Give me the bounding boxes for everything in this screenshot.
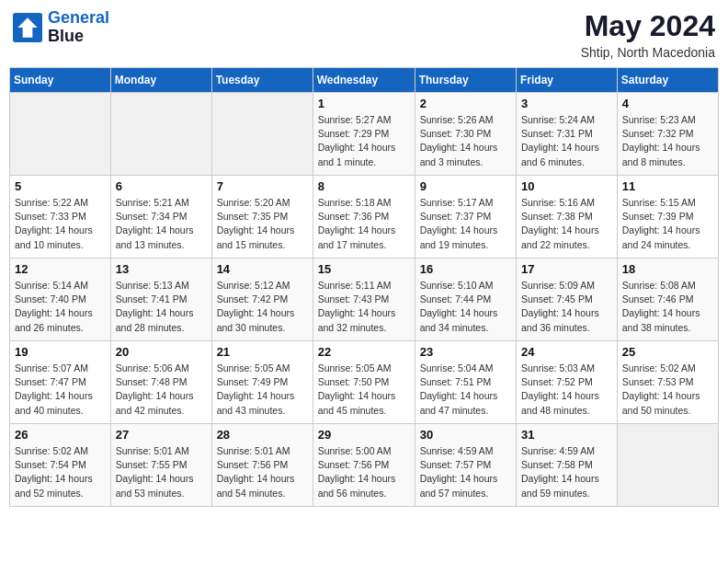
day-number: 25 <box>622 345 713 359</box>
day-number: 17 <box>521 262 612 276</box>
day-number: 27 <box>116 428 207 442</box>
calendar-cell: 6 Sunrise: 5:21 AMSunset: 7:34 PMDayligh… <box>110 176 211 259</box>
day-detail: Sunrise: 5:02 AMSunset: 7:53 PMDaylight:… <box>622 362 713 418</box>
logo-line2: Blue <box>48 28 109 46</box>
day-number: 14 <box>217 262 308 276</box>
day-detail: Sunrise: 5:22 AMSunset: 7:33 PMDaylight:… <box>15 196 106 252</box>
calendar-cell: 17 Sunrise: 5:09 AMSunset: 7:45 PMDaylig… <box>517 259 618 341</box>
day-number: 31 <box>521 428 612 442</box>
calendar-cell: 23 Sunrise: 5:04 AMSunset: 7:51 PMDaylig… <box>415 341 516 424</box>
month-title: May 2024 <box>581 9 715 43</box>
day-number: 30 <box>420 428 511 442</box>
calendar-cell: 5 Sunrise: 5:22 AMSunset: 7:33 PMDayligh… <box>10 176 111 259</box>
calendar-cell: 4 Sunrise: 5:23 AMSunset: 7:32 PMDayligh… <box>617 93 718 176</box>
logo-text: General Blue <box>48 9 109 46</box>
calendar-cell: 26 Sunrise: 5:02 AMSunset: 7:54 PMDaylig… <box>10 424 111 507</box>
day-number: 21 <box>217 345 308 359</box>
day-number: 28 <box>217 428 308 442</box>
calendar-cell: 7 Sunrise: 5:20 AMSunset: 7:35 PMDayligh… <box>211 176 313 259</box>
logo-line1: General <box>48 8 109 27</box>
day-number: 20 <box>116 345 207 359</box>
calendar-cell: 8 Sunrise: 5:18 AMSunset: 7:36 PMDayligh… <box>313 176 415 259</box>
day-number: 15 <box>318 262 410 276</box>
calendar-cell <box>110 93 211 176</box>
header-row: Sunday Monday Tuesday Wednesday Thursday… <box>10 68 719 93</box>
day-detail: Sunrise: 5:13 AMSunset: 7:41 PMDaylight:… <box>116 279 207 335</box>
day-number: 24 <box>521 345 612 359</box>
day-detail: Sunrise: 5:03 AMSunset: 7:52 PMDaylight:… <box>521 362 612 418</box>
calendar-week-4: 19 Sunrise: 5:07 AMSunset: 7:47 PMDaylig… <box>10 341 719 424</box>
logo-icon <box>13 13 42 42</box>
calendar-cell <box>10 93 111 176</box>
day-detail: Sunrise: 5:18 AMSunset: 7:36 PMDaylight:… <box>318 196 410 252</box>
day-number: 4 <box>622 97 713 110</box>
day-detail: Sunrise: 5:21 AMSunset: 7:34 PMDaylight:… <box>116 196 207 252</box>
day-detail: Sunrise: 4:59 AMSunset: 7:58 PMDaylight:… <box>521 444 612 500</box>
day-number: 13 <box>116 262 207 276</box>
calendar-cell: 24 Sunrise: 5:03 AMSunset: 7:52 PMDaylig… <box>517 341 618 424</box>
day-detail: Sunrise: 5:06 AMSunset: 7:48 PMDaylight:… <box>116 362 207 418</box>
day-detail: Sunrise: 5:24 AMSunset: 7:31 PMDaylight:… <box>521 113 612 169</box>
calendar-cell: 11 Sunrise: 5:15 AMSunset: 7:39 PMDaylig… <box>617 176 718 259</box>
col-monday: Monday <box>110 68 211 93</box>
day-detail: Sunrise: 5:02 AMSunset: 7:54 PMDaylight:… <box>15 444 106 500</box>
location: Shtip, North Macedonia <box>581 45 715 60</box>
day-detail: Sunrise: 5:08 AMSunset: 7:46 PMDaylight:… <box>622 279 713 335</box>
day-detail: Sunrise: 5:12 AMSunset: 7:42 PMDaylight:… <box>217 279 308 335</box>
day-detail: Sunrise: 5:01 AMSunset: 7:56 PMDaylight:… <box>217 444 308 500</box>
day-number: 23 <box>420 345 511 359</box>
calendar-cell: 14 Sunrise: 5:12 AMSunset: 7:42 PMDaylig… <box>211 259 313 341</box>
page-header: General Blue May 2024 Shtip, North Maced… <box>9 9 719 60</box>
day-detail: Sunrise: 5:05 AMSunset: 7:49 PMDaylight:… <box>217 362 308 418</box>
day-detail: Sunrise: 5:01 AMSunset: 7:55 PMDaylight:… <box>116 444 207 500</box>
calendar-cell: 28 Sunrise: 5:01 AMSunset: 7:56 PMDaylig… <box>211 424 313 507</box>
calendar-cell: 12 Sunrise: 5:14 AMSunset: 7:40 PMDaylig… <box>10 259 111 341</box>
day-detail: Sunrise: 5:00 AMSunset: 7:56 PMDaylight:… <box>318 444 410 500</box>
day-number: 8 <box>318 179 410 193</box>
day-number: 12 <box>15 262 106 276</box>
day-number: 26 <box>15 428 106 442</box>
day-detail: Sunrise: 5:10 AMSunset: 7:44 PMDaylight:… <box>420 279 511 335</box>
calendar-cell: 27 Sunrise: 5:01 AMSunset: 7:55 PMDaylig… <box>110 424 211 507</box>
title-block: May 2024 Shtip, North Macedonia <box>581 9 715 60</box>
day-number: 1 <box>318 97 410 110</box>
day-number: 19 <box>15 345 106 359</box>
day-number: 7 <box>217 179 308 193</box>
day-number: 5 <box>15 179 106 193</box>
calendar-cell: 18 Sunrise: 5:08 AMSunset: 7:46 PMDaylig… <box>617 259 718 341</box>
day-detail: Sunrise: 5:07 AMSunset: 7:47 PMDaylight:… <box>15 362 106 418</box>
day-number: 2 <box>420 97 511 110</box>
day-detail: Sunrise: 5:04 AMSunset: 7:51 PMDaylight:… <box>420 362 511 418</box>
calendar-cell: 2 Sunrise: 5:26 AMSunset: 7:30 PMDayligh… <box>415 93 516 176</box>
day-number: 10 <box>521 179 612 193</box>
calendar-table: Sunday Monday Tuesday Wednesday Thursday… <box>9 67 719 507</box>
day-number: 22 <box>318 345 410 359</box>
calendar-cell: 21 Sunrise: 5:05 AMSunset: 7:49 PMDaylig… <box>211 341 313 424</box>
day-number: 18 <box>622 262 713 276</box>
day-detail: Sunrise: 5:11 AMSunset: 7:43 PMDaylight:… <box>318 279 410 335</box>
day-detail: Sunrise: 4:59 AMSunset: 7:57 PMDaylight:… <box>420 444 511 500</box>
day-number: 11 <box>622 179 713 193</box>
calendar-week-3: 12 Sunrise: 5:14 AMSunset: 7:40 PMDaylig… <box>10 259 719 341</box>
calendar-cell: 25 Sunrise: 5:02 AMSunset: 7:53 PMDaylig… <box>617 341 718 424</box>
calendar-cell: 15 Sunrise: 5:11 AMSunset: 7:43 PMDaylig… <box>313 259 415 341</box>
day-detail: Sunrise: 5:15 AMSunset: 7:39 PMDaylight:… <box>622 196 713 252</box>
day-detail: Sunrise: 5:16 AMSunset: 7:38 PMDaylight:… <box>521 196 612 252</box>
calendar-cell: 30 Sunrise: 4:59 AMSunset: 7:57 PMDaylig… <box>415 424 516 507</box>
calendar-cell: 29 Sunrise: 5:00 AMSunset: 7:56 PMDaylig… <box>313 424 415 507</box>
calendar-cell: 10 Sunrise: 5:16 AMSunset: 7:38 PMDaylig… <box>517 176 618 259</box>
calendar-week-1: 1 Sunrise: 5:27 AMSunset: 7:29 PMDayligh… <box>10 93 719 176</box>
logo: General Blue <box>13 9 109 46</box>
calendar-cell: 19 Sunrise: 5:07 AMSunset: 7:47 PMDaylig… <box>10 341 111 424</box>
day-detail: Sunrise: 5:09 AMSunset: 7:45 PMDaylight:… <box>521 279 612 335</box>
day-detail: Sunrise: 5:14 AMSunset: 7:40 PMDaylight:… <box>15 279 106 335</box>
col-tuesday: Tuesday <box>211 68 313 93</box>
day-detail: Sunrise: 5:27 AMSunset: 7:29 PMDaylight:… <box>318 113 410 169</box>
col-wednesday: Wednesday <box>313 68 415 93</box>
col-thursday: Thursday <box>415 68 516 93</box>
calendar-cell: 9 Sunrise: 5:17 AMSunset: 7:37 PMDayligh… <box>415 176 516 259</box>
day-number: 3 <box>521 97 612 110</box>
day-detail: Sunrise: 5:17 AMSunset: 7:37 PMDaylight:… <box>420 196 511 252</box>
col-sunday: Sunday <box>10 68 111 93</box>
col-saturday: Saturday <box>617 68 718 93</box>
